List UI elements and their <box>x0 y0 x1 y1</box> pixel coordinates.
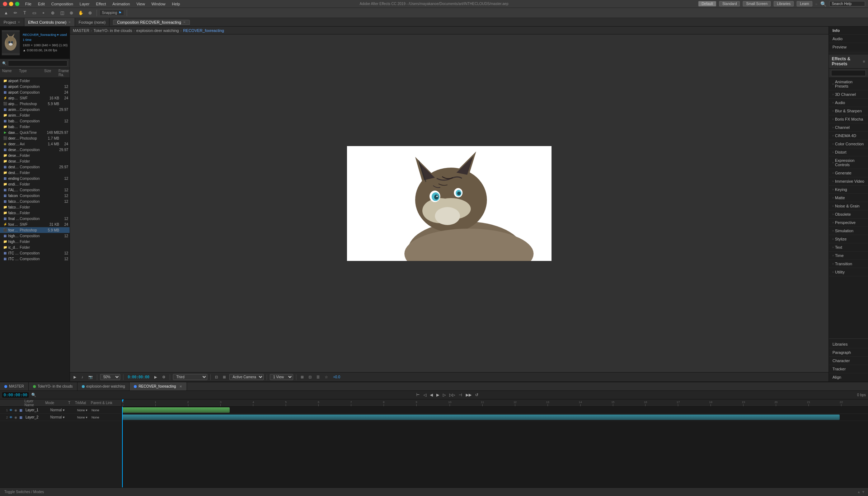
effects-plain-item[interactable]: Tracker <box>829 365 868 373</box>
project-item[interactable]: ◉ deerrea...3.mp4 Avi 1.4 MB 24 <box>0 141 70 147</box>
project-item[interactable]: ▦ final shot Composition 12 <box>0 216 70 221</box>
vc-region-interest[interactable]: ⊡ <box>214 374 219 380</box>
effects-section-item[interactable]: ›Stylize <box>829 235 868 243</box>
vc-view-count-dropdown[interactable]: 1 View 2 Views 4 Views <box>270 374 293 380</box>
project-item[interactable]: 📁 destruct..f Layers Folder <box>0 170 70 176</box>
workspace-learn[interactable]: Learn <box>797 1 812 6</box>
tool-shape[interactable]: ▭ <box>30 9 38 17</box>
project-item[interactable]: ▦ baboon_...g turn Composition 12 <box>0 118 70 124</box>
tc-go-forward[interactable]: ▷▷ <box>448 392 456 398</box>
project-search-input[interactable] <box>8 60 67 66</box>
effects-section-item[interactable]: ›Channel <box>829 123 868 132</box>
workspace-small-screen[interactable]: Small Screen <box>743 1 770 6</box>
project-item[interactable]: ▶ dawn.mov QuickTime 148 MB 29.97 <box>0 130 70 135</box>
timeline-tab-master[interactable]: MASTER <box>0 382 29 390</box>
right-panel-info[interactable]: Info <box>829 27 868 35</box>
vc-timecode[interactable]: 0:00:00:00 <box>126 374 151 380</box>
breadcrumb-recover[interactable]: RECOVER_foxreacting <box>183 28 224 33</box>
project-item[interactable]: 📁 highway Layers Folder <box>0 239 70 244</box>
vc-snapshot[interactable]: 📷 <box>87 374 94 380</box>
project-item[interactable]: ▦ ITC LIB_TUE 58 Composition 12 <box>0 250 70 256</box>
tc-go-back[interactable]: ◁ <box>422 392 427 398</box>
project-item[interactable]: 📁 ic_dee...y.aep Folder <box>0 244 70 250</box>
project-item[interactable]: ▦ FALCON Composition 12 <box>0 187 70 193</box>
tab-effect-controls[interactable]: Effect Controls (none) ✕ <box>24 18 75 26</box>
effects-section-item[interactable]: ›Obsolete <box>829 210 868 219</box>
vc-guides[interactable]: ⊡ <box>307 374 313 380</box>
project-item[interactable]: 📁 airport Folder <box>0 78 70 84</box>
effects-plain-item[interactable]: Libraries <box>829 340 868 348</box>
menu-window[interactable]: Window <box>150 1 167 7</box>
effects-section-item[interactable]: ›Distort <box>829 148 868 156</box>
tab-footage[interactable]: Footage (none) <box>75 18 109 26</box>
workspace-standard[interactable]: Standard <box>719 1 740 6</box>
tab-project-close[interactable]: ✕ <box>18 20 20 24</box>
help-search-input[interactable] <box>829 1 865 6</box>
layer-visibility-icon[interactable]: 👁 <box>9 416 14 419</box>
project-item[interactable]: 📁 desert_... Layers Folder <box>0 158 70 164</box>
effects-plain-item[interactable]: Paragraph <box>829 348 868 357</box>
project-item[interactable]: 📁 falcon Layers Folder <box>0 210 70 216</box>
workspace-default[interactable]: Default <box>698 1 716 6</box>
effects-section-item[interactable]: ›Immersive Video <box>829 177 868 186</box>
effects-plain-item[interactable]: Align <box>829 373 868 382</box>
vc-fps-icon[interactable]: ⚙ <box>161 374 167 380</box>
tool-text[interactable]: T <box>21 9 29 17</box>
tool-hand[interactable]: ✋ <box>77 9 85 17</box>
workspace-libraries[interactable]: Libraries <box>774 1 794 6</box>
tab-composition[interactable]: Composition RECOVER_foxreacting ✕ <box>113 20 190 25</box>
tool-zoom[interactable]: ⊕ <box>86 9 94 17</box>
breadcrumb-master[interactable]: MASTER <box>73 28 89 33</box>
menu-composition[interactable]: Composition <box>50 1 75 7</box>
effects-section-item[interactable]: ›Time <box>829 252 868 260</box>
effects-section-item[interactable]: ›Noise & Grain <box>829 202 868 210</box>
project-item[interactable]: 📁 ending Layers Folder <box>0 181 70 187</box>
vc-audio[interactable]: ♪ <box>80 374 85 380</box>
effects-section-item[interactable]: ›3D Channel <box>829 90 868 99</box>
effects-plain-item[interactable]: Character <box>829 357 868 365</box>
status-toggle-switches[interactable]: Toggle Switches / Modes <box>3 490 46 494</box>
track-row[interactable] <box>122 407 868 414</box>
effects-section-item[interactable]: ›Blur & Sharpen <box>829 107 868 115</box>
tool-pen[interactable]: ✏ <box>11 9 19 17</box>
project-item[interactable]: ⬛ foxreac...g.psd Photoshop 5.9 MB <box>0 227 70 233</box>
project-item[interactable]: ⚡ foxreacting.swf SWF 31 KB 24 <box>0 221 70 227</box>
playhead[interactable] <box>122 407 123 487</box>
tc-play[interactable]: ▶ <box>435 392 440 398</box>
effects-section-item[interactable]: ›Audio <box>829 99 868 107</box>
tab-composition-close[interactable]: ✕ <box>183 20 186 24</box>
project-item[interactable]: ⬛ airport.psd Photoshop 5.9 MB <box>0 101 70 107</box>
timeline-tab-tokeyo--in-the-clouds[interactable]: TokeYO- in the clouds <box>29 382 78 390</box>
project-item[interactable]: ⬛ deer2/e...g.psd Photoshop 1.7 MB <box>0 135 70 141</box>
effects-section-item[interactable]: ›Color Correction <box>829 140 868 148</box>
project-item[interactable]: 📁 animal_... Layers Folder <box>0 112 70 118</box>
vc-always-preview[interactable]: ▶ <box>72 374 78 380</box>
layer-row[interactable]: 1 👁 ◉ ▦ Layer_1 Normal ▾ None ▾ None <box>0 407 122 414</box>
timeline-timecode[interactable]: 0:00:00:00 <box>2 392 29 398</box>
effects-section-item[interactable]: ›Expression Controls <box>829 156 868 169</box>
tool-eraser[interactable]: ◫ <box>58 9 66 17</box>
layer-trmat[interactable]: None ▾ <box>77 416 92 419</box>
layer-solo-icon[interactable]: ◉ <box>14 416 19 419</box>
tab-project[interactable]: Project ✕ <box>0 18 24 26</box>
layer-row[interactable]: 2 👁 ◉ ▦ Layer_2 Normal ▾ None ▾ None <box>0 414 122 421</box>
layer-mode[interactable]: Normal ▾ <box>50 415 72 419</box>
tab-effect-controls-close[interactable]: ✕ <box>68 20 71 24</box>
project-item[interactable]: ▦ falcon Composition 12 <box>0 193 70 198</box>
effects-section-item[interactable]: ›Matte <box>829 194 868 202</box>
vc-ram-preview[interactable]: ▶ <box>153 374 159 380</box>
project-item[interactable]: ▦ highway Composition 12 <box>0 233 70 239</box>
timeline-tab-recover_foxreacting[interactable]: RECOVER_foxreacting ✕ <box>130 382 187 390</box>
vc-grid[interactable]: ⊞ <box>299 374 305 380</box>
vc-zoom-dropdown[interactable]: 50% 100% 25% <box>100 374 120 380</box>
vc-transparency[interactable]: ⊞ <box>221 374 227 380</box>
project-item[interactable]: ▦ ending Composition 12 <box>0 176 70 181</box>
tc-go-forward-frame[interactable]: ▷ <box>442 392 447 398</box>
effects-section-item[interactable]: ›Text <box>829 243 868 252</box>
menu-edit[interactable]: Edit <box>37 1 46 7</box>
menu-file[interactable]: File <box>24 1 33 7</box>
tool-clone[interactable]: ⊕ <box>49 9 57 17</box>
tc-ram-preview[interactable]: ▶▶ <box>465 392 473 398</box>
project-item[interactable]: ▦ ITC LIB_UE 58 2 Composition 12 <box>0 256 70 262</box>
project-item[interactable]: ▦ animal_...baboon Composition 29.97 <box>0 107 70 112</box>
